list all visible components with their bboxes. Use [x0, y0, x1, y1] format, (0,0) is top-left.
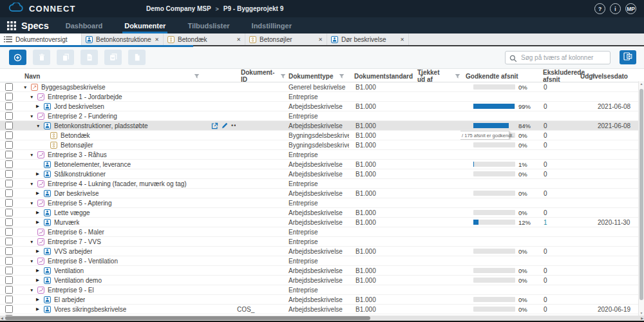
table-row[interactable]: ▼Entreprise 7 - VVSEntreprise [0, 237, 644, 247]
table-row[interactable]: ▶MurværkArbejdsbeskrivelseB1.000 12%1202… [0, 218, 644, 227]
row-checkbox[interactable] [5, 267, 13, 274]
row-checkbox[interactable] [5, 238, 13, 245]
table-row[interactable]: ▼Entreprise 8 - VentilationEntreprise [0, 256, 644, 266]
expand-arrow-icon[interactable]: ▶ [36, 307, 44, 312]
collapse-arrow-icon[interactable]: ▼ [30, 288, 37, 292]
nav-item-dashboard[interactable]: Dashboard [66, 17, 102, 33]
app-grid-icon[interactable] [0, 21, 16, 30]
table-row[interactable]: ▶Vores sikringsbeskrivelseCOS_Arbejdsbes… [0, 305, 644, 314]
collapse-arrow-icon[interactable]: ▼ [30, 153, 37, 157]
row-checkbox[interactable] [5, 141, 13, 149]
edit-document-button[interactable] [222, 122, 228, 129]
row-checkbox[interactable] [5, 257, 13, 265]
table-row[interactable]: ▼Entreprise 2 - FunderingEntreprise [0, 111, 644, 121]
tab-document-1[interactable]: Betonkonstruktioner, plads...✕ [82, 33, 164, 45]
column-header-tjekket_ud_af[interactable]: Tjekket ud af [412, 69, 460, 83]
vertical-scrollbar[interactable]: ▲ ▼ [638, 81, 644, 316]
breadcrumb-project[interactable]: P9 - Byggeprojekt 9 [223, 5, 283, 12]
table-row[interactable]: ▶StålkonstruktionerArbejdsbeskrivelseB1.… [0, 169, 644, 179]
horizontal-scroll-thumb[interactable] [5, 316, 370, 320]
horizontal-scrollbar[interactable]: ◀ ▶ [0, 316, 644, 321]
collapse-arrow-icon[interactable]: ▼ [30, 240, 37, 244]
export-excel-button[interactable] [620, 50, 636, 64]
table-row[interactable]: Entreprise 6 - MalerEntreprise [0, 227, 644, 237]
scroll-left-arrow[interactable]: ◀ [1, 316, 3, 320]
collapse-arrow-icon[interactable]: ▼ [30, 259, 37, 263]
expand-arrow-icon[interactable]: ▶ [36, 268, 44, 273]
breadcrumb-company[interactable]: Demo Company MSP [146, 5, 211, 12]
collapse-arrow-icon[interactable]: ▼ [36, 124, 44, 128]
row-checkbox[interactable] [5, 170, 13, 178]
close-tab-icon[interactable]: ✕ [400, 37, 404, 43]
scroll-up-arrow[interactable]: ▲ [639, 82, 644, 86]
tab-document-overview[interactable]: Dokumentoversigt [0, 33, 82, 45]
row-checkbox[interactable] [5, 122, 13, 129]
scroll-right-arrow[interactable]: ▶ [641, 316, 643, 320]
column-header-dokumentstandard[interactable]: Dokumentstandard [349, 69, 412, 83]
collapse-arrow-icon[interactable]: ▼ [30, 201, 37, 205]
table-row[interactable]: ▶Ventilation demoArbejdsbeskrivelseB1.00… [0, 276, 644, 285]
row-checkbox[interactable] [5, 83, 13, 91]
table-row[interactable]: ▼Entreprise 1 - JordarbejdeEntreprise [0, 92, 644, 102]
tab-document-3[interactable]: Betonsøjler✕ [245, 33, 327, 45]
expand-arrow-icon[interactable]: ▶ [36, 220, 44, 225]
table-row[interactable]: ▶VVS arbejderArbejdsbeskrivelseB1.000 0%… [0, 247, 644, 256]
row-checkbox[interactable] [5, 276, 13, 284]
close-tab-icon[interactable]: ✕ [155, 37, 159, 43]
info-button[interactable]: i [610, 3, 621, 14]
filter-icon[interactable] [194, 73, 200, 79]
table-row[interactable]: ▶Jord beskrivelsenArbejdsbeskrivelseB1.0… [0, 102, 644, 111]
row-checkbox[interactable] [5, 151, 13, 158]
row-checkbox[interactable] [5, 199, 13, 207]
excluded-count[interactable]: 1 [544, 219, 547, 226]
table-row[interactable]: Betonelementer, leveranceArbejdsbeskrive… [0, 160, 644, 169]
table-row[interactable]: BetondækBygningsdelsbeskrivelseB1.000 0%… [0, 131, 644, 140]
row-checkbox[interactable] [5, 296, 13, 303]
table-row[interactable]: BetonsøjlerBygningsdelsbeskrivelseB1.000… [0, 140, 644, 150]
row-checkbox[interactable] [5, 228, 13, 236]
column-header-godkendte_afsnit[interactable]: Godkendte afsnit [460, 69, 538, 83]
scroll-down-arrow[interactable]: ▼ [639, 311, 644, 315]
table-row[interactable]: ▼Entreprise 5 - ApteringEntreprise [0, 198, 644, 208]
vertical-scroll-thumb[interactable] [639, 89, 643, 300]
column-header-udgivelsesdato[interactable]: Udgivelsesdato [575, 69, 644, 83]
table-row[interactable]: ▶El arbejderArbejdsbeskrivelseB1.000 0%0 [0, 295, 644, 305]
expand-arrow-icon[interactable]: ▶ [36, 278, 44, 283]
table-row[interactable]: ▼ByggesagsbeskrivelseGenerel beskrivelse… [0, 82, 644, 92]
expand-arrow-icon[interactable]: ▶ [36, 104, 44, 109]
table-row[interactable]: ▶VentilationArbejdsbeskrivelseB1.000 0%0 [0, 266, 644, 276]
row-checkbox[interactable] [5, 160, 13, 168]
nav-item-dokumenter[interactable]: Dokumenter [124, 17, 166, 33]
expand-arrow-icon[interactable]: ▶ [36, 171, 44, 176]
table-row[interactable]: ▼Entreprise 3 - RåhusEntreprise [0, 150, 644, 160]
row-checkbox[interactable] [5, 112, 13, 120]
table-row[interactable]: ▶Dør beskrivelseArbejdsbeskrivelseB1.000… [0, 189, 644, 198]
expand-arrow-icon[interactable]: ▶ [36, 210, 44, 215]
column-header-dokument_id[interactable]: Dokument-ID [236, 69, 283, 83]
collapse-arrow-icon[interactable]: ▼ [30, 182, 37, 186]
row-checkbox[interactable] [5, 180, 13, 187]
add-document-button[interactable] [9, 50, 26, 65]
collapse-arrow-icon[interactable]: ▼ [30, 95, 37, 99]
search-input[interactable] [505, 51, 611, 64]
column-header-dokumenttype[interactable]: Dokumenttype [283, 69, 349, 83]
row-checkbox[interactable] [5, 131, 13, 139]
expand-arrow-icon[interactable]: ▶ [36, 297, 44, 302]
avatar[interactable]: MP [625, 3, 636, 14]
close-tab-icon[interactable]: ✕ [236, 37, 241, 43]
table-row[interactable]: ▼Entreprise 9 - ElEntreprise [0, 285, 644, 295]
row-checkbox[interactable] [5, 102, 13, 110]
row-checkbox[interactable] [5, 93, 13, 100]
tab-document-4[interactable]: Dør beskrivelse✕ [327, 33, 409, 45]
table-row[interactable]: ▼Betonkonstruktioner, pladsstøbte •••Arb… [0, 121, 644, 131]
row-checkbox[interactable] [5, 209, 13, 216]
row-checkbox[interactable] [5, 218, 13, 226]
nav-item-tilbudslister[interactable]: Tilbudslister [187, 17, 229, 33]
row-checkbox[interactable] [5, 247, 13, 255]
help-button[interactable]: ? [594, 3, 605, 14]
row-checkbox[interactable] [5, 286, 13, 294]
nav-item-indstillinger[interactable]: Indstillinger [252, 17, 292, 33]
table-row[interactable]: ▼Entreprise 4 - Lukning (facader, murvær… [0, 179, 644, 189]
table-row[interactable]: ▶Lette væggeArbejdsbeskrivelseB1.000 0%0 [0, 208, 644, 218]
collapse-arrow-icon[interactable]: ▼ [30, 114, 37, 118]
